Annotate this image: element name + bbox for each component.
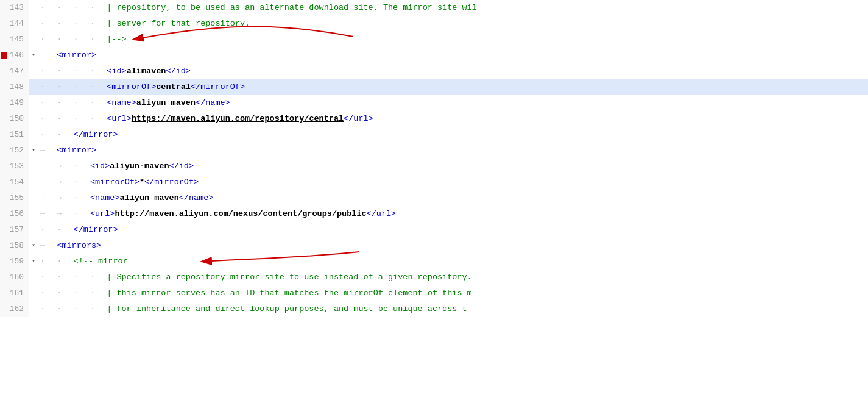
line-content-162: · · · · | for inheritance and direct loo… bbox=[38, 301, 467, 317]
line-content-158: → <mirrors> bbox=[38, 238, 101, 254]
indent-dots: · · · · bbox=[40, 98, 107, 107]
xml-url-value: http://maven.aliyun.com/nexus/content/gr… bbox=[115, 209, 366, 218]
comment-text: | for inheritance and direct lookup purp… bbox=[107, 304, 467, 313]
xml-url-close-tag: </url> bbox=[344, 114, 373, 123]
line-144: 144 · · · · | server for that repository… bbox=[0, 16, 868, 32]
tag-text: </mirror> bbox=[74, 225, 118, 234]
line-number-159: 159 bbox=[0, 254, 29, 270]
line-number-162: 162 bbox=[0, 301, 29, 317]
indent-dots: · · · · bbox=[40, 304, 107, 313]
line-161: 161 · · · · | this mirror serves has an … bbox=[0, 285, 868, 301]
line-content-148: · · · · <mirrorOf>central</mirrorOf> bbox=[38, 79, 245, 95]
line-number-158: 158 bbox=[0, 238, 29, 254]
line-content-155: → → · <name>aliyun maven</name> bbox=[38, 190, 213, 206]
xml-close-tag: </mirrorOf> bbox=[144, 177, 199, 187]
tag-text: </mirror> bbox=[74, 130, 118, 139]
tag-text: <mirror> bbox=[57, 146, 96, 155]
line-152: 152▾→ <mirror> bbox=[0, 143, 868, 159]
line-content-157: · · </mirror> bbox=[38, 222, 118, 238]
xml-value: aliyun maven bbox=[136, 98, 196, 107]
xml-url-value: https://maven.aliyun.com/repository/cent… bbox=[132, 114, 344, 123]
line-number-144: 144 bbox=[0, 16, 29, 32]
line-number-157: 157 bbox=[0, 222, 29, 238]
line-number-153: 153 bbox=[0, 159, 29, 174]
xml-open-tag: <mirrorOf> bbox=[107, 82, 156, 91]
xml-value: central bbox=[156, 82, 191, 91]
line-157: 157 · · </mirror> bbox=[0, 222, 868, 238]
line-number-148: 148 bbox=[0, 79, 29, 95]
fold-marker-159[interactable]: ▾ bbox=[29, 254, 38, 270]
breakpoint-marker bbox=[1, 52, 7, 59]
line-number-145: 145 bbox=[0, 32, 29, 48]
xml-value: alimaven bbox=[127, 66, 166, 76]
indent-dots: → bbox=[40, 146, 57, 155]
line-content-153: → → · <id>aliyun-maven</id> bbox=[38, 159, 194, 174]
line-151: 151 · · </mirror> bbox=[0, 127, 868, 143]
line-content-160: · · · · | Specifies a repository mirror … bbox=[38, 270, 472, 285]
indent-dots: → bbox=[40, 51, 57, 60]
fold-marker-146[interactable]: ▾ bbox=[29, 48, 38, 63]
xml-value: aliyun-maven bbox=[110, 162, 169, 171]
indent-dots: · · · · bbox=[40, 66, 107, 76]
line-145: 145 · · · · |--> bbox=[0, 32, 868, 48]
fold-marker-158[interactable]: ▾ bbox=[29, 238, 38, 254]
line-number-151: 151 bbox=[0, 127, 29, 143]
line-148: 148 · · · · <mirrorOf>central</mirrorOf> bbox=[0, 79, 868, 95]
comment-start-text: <!-- mirror bbox=[74, 257, 128, 266]
line-number-150: 150 bbox=[0, 111, 29, 127]
xml-open-tag: <name> bbox=[90, 193, 120, 202]
indent-dots: · · · · bbox=[40, 19, 107, 28]
xml-close-tag: </name> bbox=[179, 193, 214, 202]
line-149: 149 · · · · <name>aliyun maven</name> bbox=[0, 95, 868, 111]
line-158: 158▾→ <mirrors> bbox=[0, 238, 868, 254]
line-155: 155 → → · <name>aliyun maven</name> bbox=[0, 190, 868, 206]
xml-open-tag: <id> bbox=[107, 66, 126, 76]
comment-text: | Specifies a repository mirror site to … bbox=[107, 273, 472, 282]
indent-dots: → → · bbox=[40, 162, 90, 171]
line-content-147: · · · · <id>alimaven</id> bbox=[38, 63, 191, 79]
xml-close-tag: </mirrorOf> bbox=[191, 82, 245, 91]
line-content-149: · · · · <name>aliyun maven</name> bbox=[38, 95, 230, 111]
line-content-152: → <mirror> bbox=[38, 143, 96, 159]
line-147: 147 · · · · <id>alimaven</id> bbox=[0, 63, 868, 79]
indent-dots: · · · · bbox=[40, 82, 107, 91]
indent-dots: · · bbox=[40, 130, 74, 139]
indent-dots: · · · · bbox=[40, 273, 107, 282]
comment-text: | repository, to be used as an alternate… bbox=[107, 3, 477, 12]
line-content-154: → → · <mirrorOf>*</mirrorOf> bbox=[38, 174, 199, 190]
line-number-152: 152 bbox=[0, 143, 29, 159]
xml-url-open-tag: <url> bbox=[90, 209, 115, 218]
line-number-147: 147 bbox=[0, 63, 29, 79]
line-content-144: · · · · | server for that repository. bbox=[38, 16, 250, 32]
line-number-156: 156 bbox=[0, 206, 29, 222]
comment-text: |--> bbox=[107, 35, 126, 44]
indent-dots: · · bbox=[40, 225, 74, 234]
indent-dots: · · · · bbox=[40, 114, 107, 123]
indent-dots: · · · · bbox=[40, 3, 107, 12]
line-content-161: · · · · | this mirror serves has an ID t… bbox=[38, 285, 472, 301]
indent-dots: → → · bbox=[40, 209, 90, 218]
indent-dots: → bbox=[40, 241, 57, 250]
line-160: 160 · · · · | Specifies a repository mir… bbox=[0, 270, 868, 285]
line-content-143: · · · · | repository, to be used as an a… bbox=[38, 0, 477, 16]
indent-dots: · · · · bbox=[40, 288, 107, 298]
indent-dots: → → · bbox=[40, 177, 90, 187]
fold-marker-152[interactable]: ▾ bbox=[29, 143, 38, 159]
line-number-146: 146 bbox=[0, 48, 29, 63]
line-content-146: → <mirror> bbox=[38, 48, 96, 63]
line-154: 154 → → · <mirrorOf>*</mirrorOf> bbox=[0, 174, 868, 190]
code-content: 143 · · · · | repository, to be used as … bbox=[0, 0, 868, 317]
line-number-155: 155 bbox=[0, 190, 29, 206]
line-content-156: → → · <url>http://maven.aliyun.com/nexus… bbox=[38, 206, 396, 222]
code-editor: 143 · · · · | repository, to be used as … bbox=[0, 0, 868, 408]
xml-open-tag: <mirrorOf> bbox=[90, 177, 139, 187]
comment-text: | server for that repository. bbox=[107, 19, 250, 28]
xml-close-tag: </id> bbox=[169, 162, 194, 171]
xml-open-tag: <id> bbox=[90, 162, 110, 171]
line-number-149: 149 bbox=[0, 95, 29, 111]
line-146: 146▾→ <mirror> bbox=[0, 48, 868, 63]
xml-close-tag: </name> bbox=[196, 98, 230, 107]
line-162: 162 · · · · | for inheritance and direct… bbox=[0, 301, 868, 317]
line-content-159: · · <!-- mirror bbox=[38, 254, 128, 270]
line-153: 153 → → · <id>aliyun-maven</id> bbox=[0, 159, 868, 174]
